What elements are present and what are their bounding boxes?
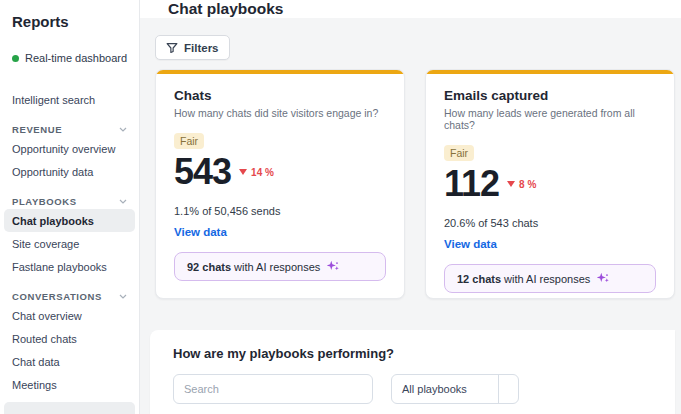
card-title: Emails captured bbox=[444, 88, 656, 103]
meetings-label: Meetings bbox=[12, 379, 57, 391]
routed-chats-label: Routed chats bbox=[12, 333, 77, 345]
sidebar-item-chat-overview[interactable]: Chat overview bbox=[0, 304, 139, 327]
metric-context: 1.1% of 50,456 sends bbox=[174, 205, 386, 217]
revenue-section-label: REVENUE bbox=[12, 124, 62, 135]
playbooks-filter-dropdown[interactable]: All playbooks bbox=[391, 374, 519, 404]
sidebar-item-fastlane-playbooks[interactable]: Fastlane playbooks bbox=[0, 255, 139, 278]
sidebar-item-chat-data[interactable]: Chat data bbox=[0, 350, 139, 373]
sidebar-item-routed-chats[interactable]: Routed chats bbox=[0, 327, 139, 350]
rating-badge: Fair bbox=[444, 145, 474, 161]
ai-text: with AI responses bbox=[504, 273, 590, 285]
sidebar-section-playbooks[interactable]: PLAYBOOKS bbox=[12, 196, 127, 207]
sidebar-item-intelligent-search[interactable]: Intelligent search bbox=[0, 88, 139, 111]
delta-indicator: 14 % bbox=[239, 167, 274, 178]
view-data-link[interactable]: View data bbox=[444, 238, 497, 250]
sidebar-item-opportunity-data[interactable]: Opportunity data bbox=[0, 160, 139, 183]
sidebar-item-opportunity-overview[interactable]: Opportunity overview bbox=[0, 137, 139, 160]
ai-sparkle-icon bbox=[596, 272, 610, 285]
arrow-down-icon bbox=[507, 181, 515, 187]
chat-data-label: Chat data bbox=[12, 356, 60, 368]
sidebar-item-meetings[interactable]: Meetings bbox=[0, 373, 139, 396]
conversations-section-label: CONVERSATIONS bbox=[12, 291, 102, 302]
page-title: Chat playbooks bbox=[168, 0, 283, 18]
card-title: Chats bbox=[174, 88, 386, 103]
performance-section-title: How are my playbooks performing? bbox=[173, 346, 675, 361]
ai-responses-callout[interactable]: 92 chats with AI responses bbox=[174, 252, 386, 281]
chat-overview-label: Chat overview bbox=[12, 310, 82, 322]
sidebar-item-partial[interactable] bbox=[4, 402, 135, 414]
ai-text: with AI responses bbox=[234, 261, 320, 273]
playbooks-section-label: PLAYBOOKS bbox=[12, 196, 77, 207]
chevron-down-icon bbox=[119, 127, 127, 132]
sidebar-item-site-coverage[interactable]: Site coverage bbox=[0, 232, 139, 255]
chevron-down-icon bbox=[119, 294, 127, 299]
delta-indicator: 8 % bbox=[507, 179, 536, 190]
metric-value: 543 bbox=[174, 151, 231, 193]
arrow-down-icon bbox=[239, 169, 247, 175]
filters-button[interactable]: Filters bbox=[155, 35, 230, 60]
metric-value: 112 bbox=[444, 163, 499, 205]
main-area: Chat playbooks Filters Chats How many ch… bbox=[140, 0, 681, 414]
dropdown-selected-value: All playbooks bbox=[392, 383, 498, 395]
delta-percent: 8 % bbox=[519, 179, 536, 190]
intelligent-search-label: Intelligent search bbox=[12, 94, 95, 106]
dropdown-chevron-zone bbox=[498, 375, 518, 403]
card-subtitle: How many leads were generated from all c… bbox=[444, 107, 656, 131]
reports-sidebar: Reports Real-time dashboard Intelligent … bbox=[0, 0, 140, 414]
ai-count: 92 chats bbox=[187, 261, 231, 273]
realtime-dashboard-label: Real-time dashboard bbox=[25, 52, 127, 64]
ai-count: 12 chats bbox=[457, 273, 501, 285]
filter-funnel-icon bbox=[166, 42, 178, 54]
filters-button-label: Filters bbox=[184, 42, 219, 54]
metric-cards-row: Chats How many chats did site visitors e… bbox=[155, 69, 675, 299]
sidebar-title: Reports bbox=[12, 13, 139, 30]
card-subtitle: How many chats did site visitors engage … bbox=[174, 107, 386, 119]
online-status-dot-icon bbox=[12, 55, 19, 62]
content-area: Filters Chats How many chats did site vi… bbox=[140, 18, 681, 414]
view-data-link[interactable]: View data bbox=[174, 226, 227, 238]
metric-card-emails-captured: Emails captured How many leads were gene… bbox=[425, 69, 675, 299]
sidebar-section-conversations[interactable]: CONVERSATIONS bbox=[12, 291, 127, 302]
site-coverage-label: Site coverage bbox=[12, 238, 79, 250]
rating-badge: Fair bbox=[174, 133, 204, 149]
ai-responses-callout[interactable]: 12 chats with AI responses bbox=[444, 264, 656, 293]
sidebar-item-realtime-dashboard[interactable]: Real-time dashboard bbox=[12, 52, 139, 64]
playbooks-search-input[interactable] bbox=[173, 374, 373, 404]
sidebar-section-revenue[interactable]: REVENUE bbox=[12, 124, 127, 135]
chat-playbooks-label: Chat playbooks bbox=[12, 215, 94, 227]
ai-sparkle-icon bbox=[326, 260, 340, 273]
playbooks-performance-panel: How are my playbooks performing? All pla… bbox=[150, 330, 675, 414]
metric-card-chats: Chats How many chats did site visitors e… bbox=[155, 69, 405, 299]
fastlane-playbooks-label: Fastlane playbooks bbox=[12, 261, 107, 273]
sidebar-item-chat-playbooks[interactable]: Chat playbooks bbox=[4, 209, 135, 232]
opportunity-data-label: Opportunity data bbox=[12, 166, 93, 178]
metric-context: 20.6% of 543 chats bbox=[444, 217, 656, 229]
chevron-down-icon bbox=[119, 199, 127, 204]
page-header: Chat playbooks bbox=[140, 0, 681, 18]
opportunity-overview-label: Opportunity overview bbox=[12, 143, 115, 155]
delta-percent: 14 % bbox=[251, 167, 274, 178]
